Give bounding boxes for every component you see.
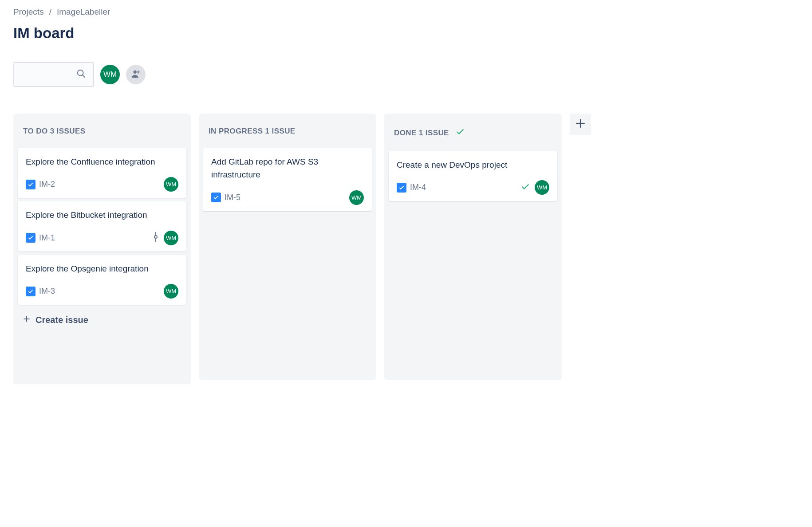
issue-card[interactable]: Add GitLab repo for AWS S3 infrastructur… bbox=[203, 148, 372, 211]
assignee-avatar[interactable]: WM bbox=[164, 231, 178, 245]
user-avatar[interactable]: WM bbox=[100, 65, 120, 84]
task-type-icon bbox=[26, 233, 35, 243]
column-header[interactable]: IN PROGRESS 1 ISSUE bbox=[203, 122, 372, 148]
search-input[interactable] bbox=[13, 62, 94, 87]
task-type-icon bbox=[26, 287, 35, 296]
column-in-progress: IN PROGRESS 1 ISSUE Add GitLab repo for … bbox=[199, 114, 376, 380]
column-header[interactable]: TO DO 3 ISSUES bbox=[18, 122, 186, 148]
issue-key[interactable]: IM-1 bbox=[39, 233, 55, 243]
assignee-avatar[interactable]: WM bbox=[535, 180, 549, 195]
breadcrumb-project-link[interactable]: ImageLabeller bbox=[57, 7, 110, 17]
assignee-avatar[interactable]: WM bbox=[164, 177, 178, 192]
column-todo: TO DO 3 ISSUES Explore the Confluence in… bbox=[13, 114, 191, 384]
board-columns: TO DO 3 ISSUES Explore the Confluence in… bbox=[13, 114, 799, 384]
add-person-icon bbox=[131, 69, 141, 81]
svg-point-3 bbox=[154, 236, 157, 238]
breadcrumb: Projects / ImageLabeller bbox=[13, 7, 799, 17]
card-title: Create a new DevOps project bbox=[397, 158, 549, 171]
board-toolbar: WM bbox=[13, 62, 799, 87]
create-issue-label: Create issue bbox=[35, 315, 88, 325]
issue-key[interactable]: IM-5 bbox=[225, 193, 240, 202]
card-title: Add GitLab repo for AWS S3 infrastructur… bbox=[211, 155, 364, 181]
column-header-label: IN PROGRESS 1 ISSUE bbox=[209, 127, 296, 136]
issue-card[interactable]: Explore the Confluence integration IM-2 … bbox=[18, 148, 186, 198]
column-header-label: TO DO 3 ISSUES bbox=[23, 127, 85, 136]
search-icon bbox=[76, 69, 86, 80]
done-check-icon bbox=[455, 127, 465, 139]
assignee-avatar[interactable]: WM bbox=[164, 284, 178, 299]
commit-icon bbox=[152, 232, 159, 244]
add-column-button[interactable] bbox=[570, 114, 591, 135]
plus-icon bbox=[575, 118, 586, 131]
issue-key[interactable]: IM-2 bbox=[39, 180, 55, 189]
assignee-avatar[interactable]: WM bbox=[349, 190, 364, 205]
task-type-icon bbox=[211, 193, 221, 202]
breadcrumb-projects-link[interactable]: Projects bbox=[13, 7, 44, 17]
column-header[interactable]: DONE 1 ISSUE bbox=[389, 122, 557, 151]
card-title: Explore the Confluence integration bbox=[26, 155, 178, 168]
column-done: DONE 1 ISSUE Create a new DevOps project… bbox=[384, 114, 562, 380]
card-title: Explore the Bitbucket integration bbox=[26, 208, 178, 221]
issue-key[interactable]: IM-3 bbox=[39, 287, 55, 296]
task-type-icon bbox=[397, 183, 406, 193]
issue-key[interactable]: IM-4 bbox=[410, 183, 426, 192]
column-header-label: DONE 1 ISSUE bbox=[394, 129, 449, 138]
board-title: IM board bbox=[13, 25, 799, 42]
breadcrumb-separator: / bbox=[49, 7, 51, 17]
svg-line-1 bbox=[83, 75, 85, 78]
task-type-icon bbox=[26, 180, 35, 189]
plus-icon bbox=[22, 315, 31, 326]
svg-point-2 bbox=[134, 70, 137, 73]
issue-card[interactable]: Explore the Opsgenie integration IM-3 WM bbox=[18, 255, 186, 305]
add-people-button[interactable] bbox=[126, 65, 146, 84]
issue-card[interactable]: Explore the Bitbucket integration IM-1 W… bbox=[18, 201, 186, 251]
card-title: Explore the Opsgenie integration bbox=[26, 262, 178, 275]
done-status-icon bbox=[520, 182, 530, 193]
create-issue-button[interactable]: Create issue bbox=[18, 308, 186, 329]
issue-card[interactable]: Create a new DevOps project IM-4 WM bbox=[389, 151, 557, 201]
